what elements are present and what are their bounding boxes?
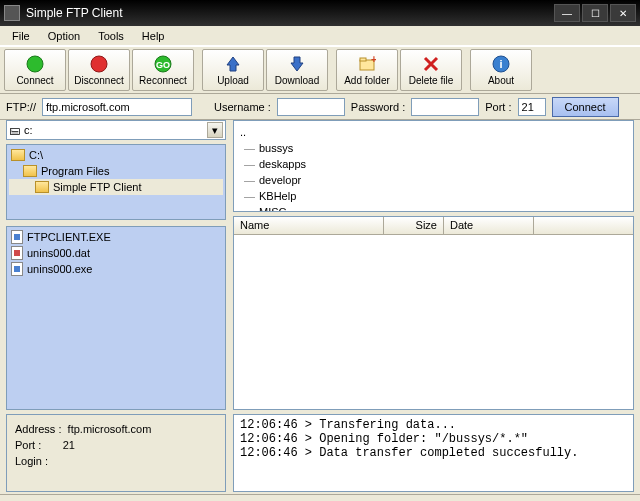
x-icon: [422, 55, 440, 73]
toolbar-add-folder[interactable]: +Add folder: [336, 49, 398, 91]
drive-select[interactable]: 🖴 c: ▾: [6, 120, 226, 140]
app-icon: [4, 5, 20, 21]
column-headers[interactable]: Name Size Date: [234, 217, 633, 235]
file-icon: [11, 230, 23, 244]
maximize-button[interactable]: ☐: [582, 4, 608, 22]
folder-icon: [35, 181, 49, 193]
file-item[interactable]: unins000.exe: [9, 261, 223, 277]
toolbar: ConnectDisconnectGOReconnectUploadDownlo…: [0, 46, 640, 94]
toolbar-delete-file[interactable]: Delete file: [400, 49, 462, 91]
remote-tree-item[interactable]: —deskapps: [240, 156, 627, 172]
remote-folder-tree[interactable]: ..—bussys—deskapps—developr—KBHelp—MISC: [233, 120, 634, 212]
toolbar-reconnect[interactable]: GOReconnect: [132, 49, 194, 91]
window-title: Simple FTP Client: [26, 6, 552, 20]
ftp-label: FTP://: [6, 101, 36, 113]
username-input[interactable]: [277, 98, 345, 116]
password-input[interactable]: [411, 98, 479, 116]
remote-tree-item[interactable]: —MISC: [240, 204, 627, 212]
chevron-down-icon[interactable]: ▾: [207, 122, 223, 138]
remote-file-list[interactable]: Name Size Date: [233, 216, 634, 410]
menu-option[interactable]: Option: [40, 28, 88, 44]
drive-label: c:: [20, 124, 207, 136]
log-panel[interactable]: 12:06:46 > Transfering data... 12:06:46 …: [233, 414, 634, 492]
menu-help[interactable]: Help: [134, 28, 173, 44]
down-icon: [288, 55, 306, 73]
col-name[interactable]: Name: [234, 217, 384, 234]
remote-tree-item[interactable]: —bussys: [240, 140, 627, 156]
toolbar-download[interactable]: Download: [266, 49, 328, 91]
toolbar-connect[interactable]: Connect: [4, 49, 66, 91]
folder-icon: [23, 165, 37, 177]
menu-file[interactable]: File: [4, 28, 38, 44]
svg-text:i: i: [499, 58, 502, 70]
toolbar-upload[interactable]: Upload: [202, 49, 264, 91]
info-icon: i: [492, 55, 510, 73]
folder-icon: [11, 149, 25, 161]
password-label: Password :: [351, 101, 405, 113]
file-icon: [11, 262, 23, 276]
file-icon: [11, 246, 23, 260]
menubar: File Option Tools Help: [0, 26, 640, 46]
titlebar: Simple FTP Client — ☐ ✕: [0, 0, 640, 26]
remote-tree-item[interactable]: ..: [240, 124, 627, 140]
tree-item[interactable]: Program Files: [9, 163, 223, 179]
svg-point-0: [27, 56, 43, 72]
svg-text:GO: GO: [156, 60, 170, 70]
go-icon: GO: [154, 55, 172, 73]
minimize-button[interactable]: —: [554, 4, 580, 22]
connect-button[interactable]: Connect: [552, 97, 619, 117]
tree-item[interactable]: Simple FTP Client: [9, 179, 223, 195]
col-date[interactable]: Date: [444, 217, 534, 234]
close-button[interactable]: ✕: [610, 4, 636, 22]
tree-item[interactable]: C:\: [9, 147, 223, 163]
col-size[interactable]: Size: [384, 217, 444, 234]
svg-text:+: +: [371, 55, 376, 65]
file-item[interactable]: FTPCLIENT.EXE: [9, 229, 223, 245]
drive-icon: 🖴: [9, 124, 20, 136]
green-icon: [26, 55, 44, 73]
statusbar: [0, 494, 640, 501]
toolbar-disconnect[interactable]: Disconnect: [68, 49, 130, 91]
toolbar-about[interactable]: iAbout: [470, 49, 532, 91]
remote-tree-item[interactable]: —KBHelp: [240, 188, 627, 204]
connection-status-panel: Address : ftp.microsoft.com Port : 21 Lo…: [6, 414, 226, 492]
folder-icon: +: [358, 55, 376, 73]
up-icon: [224, 55, 242, 73]
svg-point-1: [91, 56, 107, 72]
local-file-list[interactable]: FTPCLIENT.EXEunins000.datunins000.exe: [6, 226, 226, 410]
port-label: Port :: [485, 101, 511, 113]
svg-rect-5: [360, 58, 366, 61]
local-folder-tree[interactable]: C:\Program FilesSimple FTP Client: [6, 144, 226, 220]
red-icon: [90, 55, 108, 73]
host-input[interactable]: [42, 98, 192, 116]
port-input[interactable]: [518, 98, 546, 116]
file-item[interactable]: unins000.dat: [9, 245, 223, 261]
menu-tools[interactable]: Tools: [90, 28, 132, 44]
username-label: Username :: [214, 101, 271, 113]
address-bar: FTP:// Username : Password : Port : Conn…: [0, 94, 640, 120]
remote-tree-item[interactable]: —developr: [240, 172, 627, 188]
